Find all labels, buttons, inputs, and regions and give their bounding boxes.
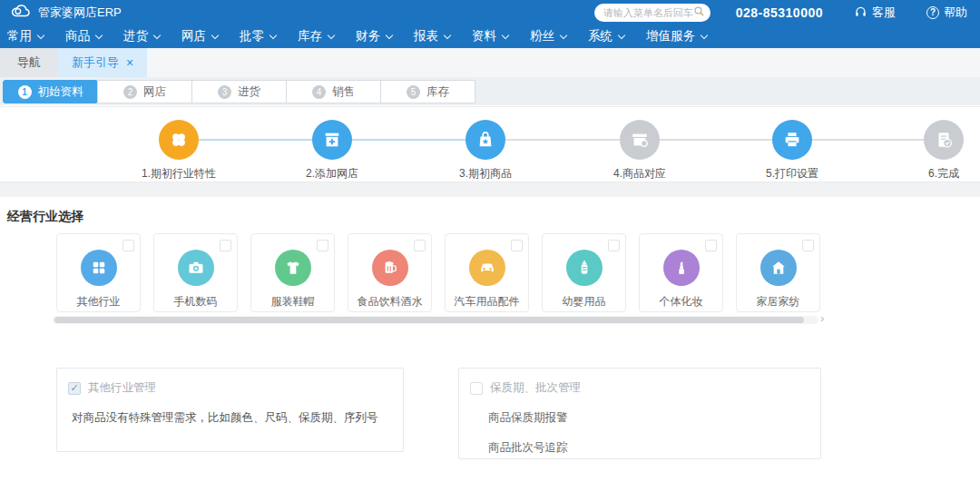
scroll-right-arrow-icon[interactable]: › bbox=[820, 311, 824, 325]
app-logo: 管家婆网店ERP bbox=[9, 3, 122, 22]
page-title: 经营行业选择 bbox=[7, 209, 83, 225]
menu-item-xitong[interactable]: 系统 bbox=[588, 28, 624, 44]
menu-item-ziliao[interactable]: 资料 bbox=[472, 28, 508, 44]
menu-item-wangdian[interactable]: 网店 bbox=[181, 28, 218, 44]
category-checkbox[interactable] bbox=[705, 240, 717, 251]
category-card-other-industry[interactable]: 其他行业 bbox=[56, 233, 141, 312]
chevron-down-icon bbox=[701, 31, 708, 38]
menu-search-box[interactable] bbox=[594, 4, 710, 22]
section-tab-sales[interactable]: 4 销售 bbox=[286, 80, 381, 103]
header-row: 管家婆网店ERP 028-85310000 客服 ? bbox=[0, 0, 980, 25]
wizard-step-add-shop[interactable]: 2.添加网店 bbox=[260, 120, 405, 182]
menu-item-caiwu[interactable]: 财务 bbox=[356, 28, 392, 44]
industry-traits-icon bbox=[159, 120, 199, 160]
wizard-section-tabs: 1 初始资料 2 网店 3 进货 4 销售 5 库存 bbox=[0, 77, 980, 105]
chevron-down-icon bbox=[444, 31, 451, 38]
category-checkbox[interactable] bbox=[122, 240, 134, 251]
chevron-down-icon bbox=[37, 31, 44, 38]
menu-item-changyong[interactable]: 常用 bbox=[7, 28, 44, 44]
section-tab-inventory[interactable]: 5 库存 bbox=[380, 80, 475, 103]
category-label: 个体化妆 bbox=[660, 294, 703, 310]
other-industry-option-box: ✓ 其他行业管理 对商品没有特殊管理需求，比如颜色、尺码、保质期、序列号 bbox=[56, 368, 404, 452]
workspace-tabbar: 导航 新手引导 × bbox=[0, 48, 980, 77]
category-label: 食品饮料酒水 bbox=[358, 294, 423, 310]
category-card-row: 其他行业 手机数码 服装鞋帽 bbox=[56, 233, 820, 312]
section-divider bbox=[0, 182, 980, 197]
step-number-badge: 2 bbox=[123, 85, 137, 99]
category-card-apparel[interactable]: 服装鞋帽 bbox=[250, 233, 335, 312]
wizard-step-print-settings[interactable]: 5.打印设置 bbox=[720, 120, 865, 182]
menu-item-fensi[interactable]: 粉丝 bbox=[530, 28, 566, 44]
horizontal-scrollbar-track[interactable] bbox=[53, 316, 818, 324]
category-label: 服装鞋帽 bbox=[271, 294, 315, 310]
tab-navigation[interactable]: 导航 bbox=[0, 48, 58, 77]
category-card-phone-digital[interactable]: 手机数码 bbox=[153, 233, 238, 312]
horizontal-scrollbar-thumb[interactable] bbox=[54, 317, 804, 323]
chevron-down-icon bbox=[95, 31, 103, 38]
step-number-badge: 3 bbox=[218, 85, 231, 99]
category-card-auto-parts[interactable]: 汽车用品配件 bbox=[445, 233, 529, 312]
section-tab-purchase[interactable]: 3 进货 bbox=[191, 80, 287, 103]
shelf-life-feature-2: 商品批次号追踪 bbox=[459, 426, 820, 456]
wizard-step-goods-mapping[interactable]: 4.商品对应 bbox=[567, 120, 712, 182]
other-industry-checkbox[interactable]: ✓ bbox=[68, 382, 81, 395]
search-icon[interactable] bbox=[693, 5, 705, 21]
shelf-life-feature-1: 商品保质期报警 bbox=[459, 396, 820, 426]
category-checkbox[interactable] bbox=[414, 240, 426, 251]
close-icon[interactable]: × bbox=[126, 56, 133, 69]
help-label: 帮助 bbox=[944, 5, 967, 21]
category-card-baby-products[interactable]: 幼婴用品 bbox=[542, 233, 626, 312]
shelf-life-checkbox[interactable] bbox=[470, 382, 483, 395]
category-label: 汽车用品配件 bbox=[455, 294, 520, 310]
search-input[interactable] bbox=[603, 7, 693, 18]
headset-icon bbox=[854, 5, 867, 21]
category-card-home-textiles[interactable]: 家居家纺 bbox=[736, 233, 820, 312]
wizard-step-finish[interactable]: 6.完成 bbox=[871, 120, 980, 182]
camera-icon bbox=[178, 250, 214, 286]
help-icon: ? bbox=[926, 6, 939, 19]
tab-newbie-guide[interactable]: 新手引导 × bbox=[58, 48, 147, 77]
cloud-logo-icon bbox=[9, 3, 33, 22]
menu-item-baobiao[interactable]: 报表 bbox=[414, 28, 450, 44]
chevron-down-icon bbox=[560, 31, 567, 38]
step-number-badge: 4 bbox=[312, 85, 326, 99]
category-checkbox[interactable] bbox=[802, 240, 814, 251]
customer-service-button[interactable]: 客服 bbox=[854, 5, 896, 21]
wizard-step-initial-goods[interactable]: 3.期初商品 bbox=[413, 120, 558, 182]
category-checkbox[interactable] bbox=[317, 240, 328, 251]
step-number-badge: 5 bbox=[407, 85, 420, 99]
add-shop-icon bbox=[312, 120, 352, 160]
menu-item-shangpin[interactable]: 商品 bbox=[65, 28, 102, 44]
section-tab-initial-data[interactable]: 1 初始资料 bbox=[3, 80, 98, 103]
category-checkbox[interactable] bbox=[511, 240, 523, 251]
wizard-step-industry[interactable]: 1.期初行业特性 bbox=[106, 120, 251, 182]
car-icon bbox=[469, 250, 505, 286]
shelf-life-label: 保质期、批次管理 bbox=[490, 380, 581, 396]
printer-icon bbox=[772, 120, 812, 160]
category-label: 家居家纺 bbox=[757, 294, 800, 310]
menu-item-piling[interactable]: 批零 bbox=[240, 28, 276, 44]
section-tab-shop[interactable]: 2 网店 bbox=[97, 80, 192, 103]
category-card-food-drinks[interactable]: 食品饮料酒水 bbox=[348, 233, 432, 312]
menu-item-kucun[interactable]: 库存 bbox=[298, 28, 334, 44]
chevron-down-icon bbox=[153, 31, 161, 38]
chevron-down-icon bbox=[270, 31, 277, 38]
industry-selection-panel: 经营行业选择 其他行业 手机数码 bbox=[0, 197, 980, 482]
help-button[interactable]: ? 帮助 bbox=[926, 5, 967, 21]
category-card-personal-care[interactable]: 个体化妆 bbox=[639, 233, 723, 312]
lipstick-icon bbox=[663, 250, 700, 286]
tshirt-icon bbox=[275, 250, 311, 286]
category-label: 手机数码 bbox=[174, 294, 218, 310]
menu-item-jinhuo[interactable]: 进货 bbox=[123, 28, 160, 44]
other-industry-label: 其他行业管理 bbox=[88, 380, 156, 396]
chevron-down-icon bbox=[211, 31, 219, 38]
wizard-stepper: 1.期初行业特性 2.添加网店 3.期初商品 bbox=[0, 106, 980, 182]
goods-bag-icon bbox=[466, 120, 505, 160]
bottle-icon bbox=[566, 250, 603, 286]
category-checkbox[interactable] bbox=[608, 240, 620, 251]
menu-item-zengzhifuwu[interactable]: 增值服务 bbox=[646, 28, 707, 44]
step-number-badge: 1 bbox=[18, 85, 32, 99]
chevron-down-icon bbox=[328, 31, 335, 38]
category-checkbox[interactable] bbox=[220, 240, 231, 251]
beer-icon bbox=[372, 250, 408, 286]
